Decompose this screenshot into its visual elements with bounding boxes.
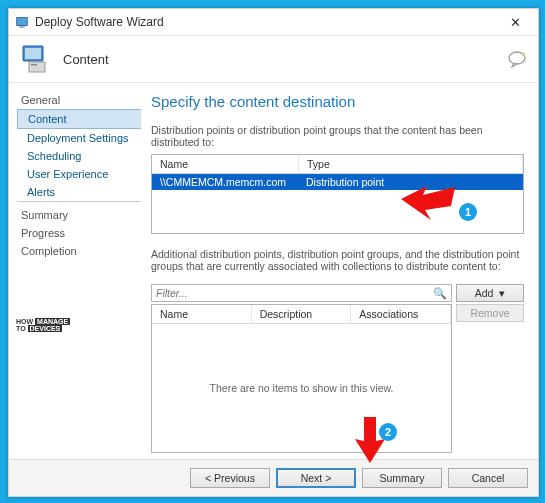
sidebar: General Content Deployment Settings Sche… bbox=[9, 83, 141, 459]
page-title: Content bbox=[63, 52, 109, 67]
col-type[interactable]: Type bbox=[299, 155, 523, 173]
sidebar-item-deployment-settings[interactable]: Deployment Settings bbox=[17, 129, 141, 147]
col-description[interactable]: Description bbox=[252, 305, 352, 323]
previous-button[interactable]: < Previous bbox=[190, 468, 270, 488]
summary-button[interactable]: Summary bbox=[362, 468, 442, 488]
list-header: Name Type bbox=[152, 155, 523, 174]
next-button[interactable]: Next > bbox=[276, 468, 356, 488]
additional-list[interactable]: Name Description Associations There are … bbox=[151, 304, 452, 453]
sidebar-item-user-experience[interactable]: User Experience bbox=[17, 165, 141, 183]
col-name[interactable]: Name bbox=[152, 155, 299, 173]
desc-distributed: Distribution points or distribution poin… bbox=[151, 124, 524, 148]
annotation-badge-1: 1 bbox=[459, 203, 477, 221]
cell-type: Distribution point bbox=[298, 174, 523, 190]
col-associations[interactable]: Associations bbox=[351, 305, 451, 323]
add-button[interactable]: Add ▾ bbox=[456, 284, 524, 302]
sidebar-group-completion[interactable]: Completion bbox=[17, 242, 141, 260]
chevron-down-icon: ▾ bbox=[499, 287, 505, 299]
list-header: Name Description Associations bbox=[152, 305, 451, 324]
annotation-badge-2: 2 bbox=[379, 423, 397, 441]
empty-message: There are no items to show in this view. bbox=[152, 324, 451, 452]
search-icon[interactable]: 🔍 bbox=[429, 287, 451, 300]
svg-rect-1 bbox=[19, 26, 24, 27]
close-icon[interactable]: ✕ bbox=[498, 15, 532, 30]
svg-rect-4 bbox=[29, 62, 45, 72]
sidebar-group-progress[interactable]: Progress bbox=[17, 224, 141, 242]
sidebar-item-scheduling[interactable]: Scheduling bbox=[17, 147, 141, 165]
remove-button: Remove bbox=[456, 304, 524, 322]
wizard-icon bbox=[15, 15, 29, 29]
computer-icon bbox=[19, 42, 53, 76]
heading: Specify the content destination bbox=[151, 93, 524, 110]
distributed-list[interactable]: Name Type \\CMMEMCM.memcm.com Distributi… bbox=[151, 154, 524, 234]
cell-name: \\CMMEMCM.memcm.com bbox=[152, 174, 298, 190]
window-title: Deploy Software Wizard bbox=[35, 15, 498, 29]
filter-box[interactable]: 🔍 bbox=[151, 284, 452, 302]
sidebar-group-summary[interactable]: Summary bbox=[17, 206, 141, 224]
col-name[interactable]: Name bbox=[152, 305, 252, 323]
sidebar-group-general[interactable]: General bbox=[17, 91, 141, 109]
svg-point-7 bbox=[522, 53, 525, 56]
svg-rect-3 bbox=[25, 48, 41, 59]
main-pane: Specify the content destination Distribu… bbox=[141, 83, 538, 459]
svg-rect-0 bbox=[17, 18, 28, 26]
cancel-button[interactable]: Cancel bbox=[448, 468, 528, 488]
footer: < Previous Next > Summary Cancel bbox=[9, 459, 538, 496]
desc-additional: Additional distribution points, distribu… bbox=[151, 248, 524, 272]
filter-input[interactable] bbox=[152, 285, 429, 301]
titlebar: Deploy Software Wizard ✕ bbox=[9, 9, 538, 36]
add-label: Add bbox=[475, 287, 494, 299]
sidebar-item-content[interactable]: Content bbox=[17, 109, 141, 129]
svg-rect-5 bbox=[31, 64, 37, 66]
sidebar-item-alerts[interactable]: Alerts bbox=[17, 183, 141, 202]
table-row[interactable]: \\CMMEMCM.memcm.com Distribution point bbox=[152, 174, 523, 190]
watermark-logo: HOW MANAGE TO DEVICES bbox=[16, 318, 70, 332]
hint-icon[interactable] bbox=[508, 50, 528, 68]
header: Content bbox=[9, 36, 538, 83]
